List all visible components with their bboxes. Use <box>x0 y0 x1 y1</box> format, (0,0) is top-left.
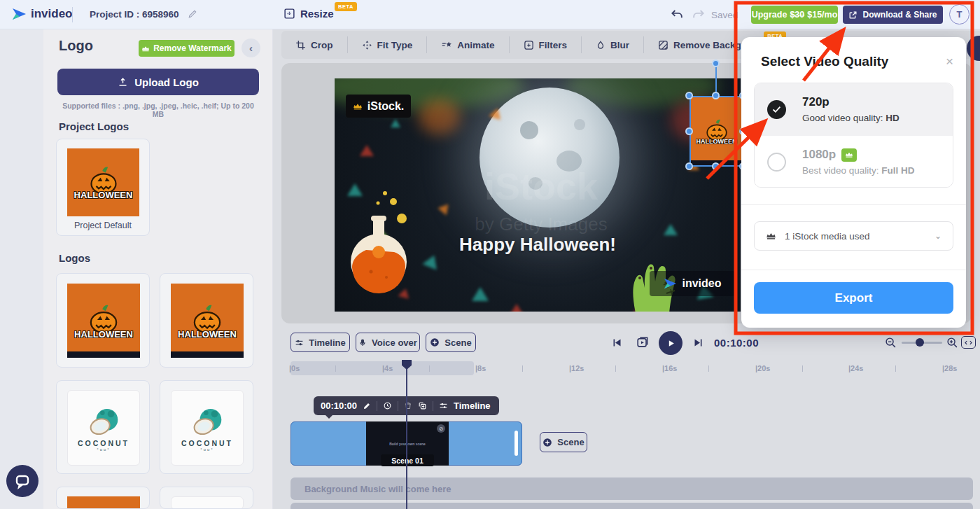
clip-duration: 00:10:00 <box>321 400 357 411</box>
collapse-panel-button[interactable]: ‹ <box>241 39 260 57</box>
zoom-out-icon[interactable] <box>885 337 897 349</box>
replay-icon[interactable] <box>383 401 392 410</box>
ruler-tick: |16s <box>662 364 677 372</box>
external-link-icon <box>848 11 858 20</box>
close-icon[interactable]: × <box>946 54 953 69</box>
skip-previous-icon[interactable] <box>612 337 622 348</box>
selection-handle-w[interactable] <box>685 127 693 135</box>
ruler-tick: |0s <box>289 364 300 372</box>
logo-item-halloween-1[interactable]: HALLOWEEN <box>56 273 150 368</box>
video-caption[interactable]: Happy Halloween! <box>447 234 629 256</box>
voice-track[interactable]: Voice Over will come here <box>290 503 973 509</box>
chevron-down-icon: ⌄ <box>934 231 941 241</box>
delete-icon[interactable] <box>404 401 412 410</box>
preview-frames-icon[interactable] <box>636 335 649 349</box>
istock-watermark: iStock <box>433 165 650 208</box>
upgrade-label: Upgrade <box>752 10 788 20</box>
logo-item-partial-1[interactable] <box>56 487 150 509</box>
invideo-watermark: invideo <box>650 271 735 296</box>
avatar[interactable]: T <box>949 4 969 25</box>
logo-item-coconut-1[interactable]: COCONUT °oo° <box>56 380 150 474</box>
filters-icon <box>524 40 534 50</box>
current-time: 00:10:00 <box>714 337 759 349</box>
upgrade-button[interactable]: Upgrade $30 $15/mo <box>751 6 838 24</box>
export-button[interactable]: Export <box>754 282 953 314</box>
ruler-tick: |28s <box>942 364 957 372</box>
blur-button[interactable]: Blur <box>582 31 643 59</box>
ruler-tick: |24s <box>848 364 863 372</box>
edit-duration-icon[interactable] <box>363 402 371 410</box>
logo-item-halloween-2[interactable]: HALLOWEEN <box>160 273 253 368</box>
ruler-tick: |4s <box>382 364 393 372</box>
logo-item-partial-2[interactable] <box>160 487 253 509</box>
logos-heading: Logos <box>59 252 90 264</box>
fit-type-button[interactable]: Fit Type <box>348 31 427 59</box>
selection-handle-sw[interactable] <box>685 162 693 170</box>
animate-icon <box>441 40 452 50</box>
checkmark-icon <box>767 100 786 119</box>
invideo-logo-icon <box>11 6 27 22</box>
redo-icon[interactable] <box>692 8 705 20</box>
selection-handle-nw[interactable] <box>685 92 693 99</box>
edit-project-id-icon[interactable] <box>188 9 197 19</box>
remove-watermark-button[interactable]: Remove Watermark <box>139 40 234 57</box>
filters-button[interactable]: Filters <box>510 31 582 59</box>
fit-type-icon <box>362 40 372 50</box>
app-logo[interactable]: invideo <box>11 6 73 22</box>
invideo-editor: invideo Project ID : 6958960 Resize BETA… <box>0 0 980 509</box>
timeline-button[interactable]: Timeline <box>290 333 350 352</box>
ruler-tick: |12s <box>569 364 584 372</box>
rotation-handle[interactable] <box>712 60 720 67</box>
crop-button[interactable]: Crop <box>281 31 347 59</box>
download-share-button[interactable]: Download & Share <box>843 6 943 24</box>
scene-label: Scene 01 <box>381 454 434 466</box>
timeline-settings-icon[interactable] <box>439 401 448 410</box>
voice-over-button[interactable]: Voice over <box>356 333 420 352</box>
animate-button[interactable]: Animate <box>427 31 508 59</box>
play-button[interactable] <box>659 331 682 355</box>
clip-trim-handle[interactable] <box>514 431 518 456</box>
saved-status: Saved <box>711 10 738 20</box>
playhead[interactable] <box>406 361 407 509</box>
selected-logo-element[interactable]: HALLOWEEN <box>690 96 743 167</box>
quality-option-720p[interactable]: 720p Good video quality: HD <box>755 83 953 136</box>
supported-files-note: Supported files : .png, .jpg, .jpeg, .he… <box>57 102 259 118</box>
add-scene-button[interactable]: Scene <box>540 432 587 452</box>
resize-beta-badge: BETA <box>335 2 357 11</box>
quality-options: 720p Good video quality: HD 1080p Best v… <box>754 83 953 188</box>
resize-label: Resize <box>300 8 334 20</box>
left-rail <box>0 29 43 509</box>
getty-watermark: by Getty Images <box>433 214 650 235</box>
chat-support-button[interactable] <box>6 465 38 497</box>
resize-tool[interactable]: Resize <box>284 8 334 20</box>
plus-circle-icon <box>542 438 552 447</box>
download-share-label: Download & Share <box>862 10 937 20</box>
duplicate-icon[interactable] <box>418 401 427 410</box>
sliders-icon <box>295 338 304 347</box>
selection-handle-s[interactable] <box>712 162 720 170</box>
undo-icon[interactable] <box>671 8 684 20</box>
selection-handle-n[interactable] <box>712 92 720 99</box>
transition-icon[interactable]: ⊘ <box>437 424 445 433</box>
upgrade-old-price: $30 <box>790 10 804 20</box>
video-canvas[interactable]: iStock. iStock by Getty Images Happy Hal… <box>335 78 741 312</box>
upload-logo-button[interactable]: Upload Logo <box>57 69 259 95</box>
panel-title: Logo <box>59 38 93 54</box>
project-default-logo-card[interactable]: HALLOWEEN Project Default <box>56 139 150 236</box>
microphone-icon <box>358 338 367 347</box>
project-logos-heading: Project Logos <box>59 120 129 132</box>
timeline-zoom-slider-thumb[interactable] <box>916 338 924 347</box>
logo-item-coconut-2[interactable]: COCONUT °oo° <box>160 380 253 474</box>
project-id-label: Project ID : 6958960 <box>90 9 179 20</box>
modal-title: Select Video Quality <box>761 54 888 69</box>
quality-option-1080p[interactable]: 1080p Best video quality: Full HD <box>755 136 953 188</box>
music-track[interactable]: Background Music will come here <box>290 477 973 500</box>
fit-timeline-button[interactable] <box>961 336 976 349</box>
add-scene-top-button[interactable]: Scene <box>426 333 476 352</box>
zoom-in-icon[interactable] <box>946 337 958 349</box>
ruler-tick: |8s <box>475 364 486 372</box>
istock-media-dropdown[interactable]: 1 iStock media used ⌄ <box>754 221 953 251</box>
crop-icon <box>295 40 306 50</box>
blur-icon <box>596 40 606 50</box>
skip-next-icon[interactable] <box>693 337 704 348</box>
